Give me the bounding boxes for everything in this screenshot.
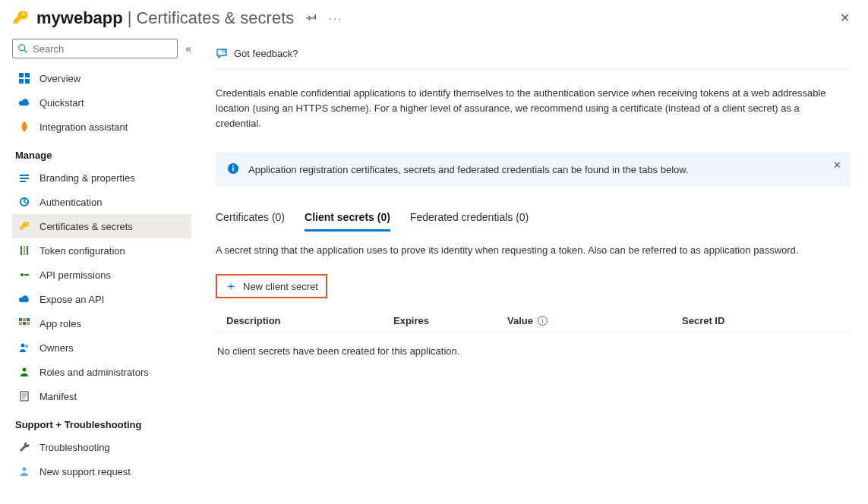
sidebar-item-label: Owners	[39, 342, 74, 354]
sidebar-item-label: Expose an API	[39, 294, 104, 305]
feedback-icon	[216, 48, 228, 60]
svg-point-0	[19, 45, 25, 51]
page-title: Certificates & secrets	[136, 8, 294, 28]
svg-rect-17	[27, 318, 30, 321]
sidebar-item-api-permissions[interactable]: API permissions	[12, 263, 191, 287]
tab-client-secrets[interactable]: Client secrets (0)	[305, 206, 390, 232]
svg-point-21	[21, 344, 25, 348]
close-icon[interactable]: ✕	[837, 8, 853, 28]
owners-icon	[18, 342, 30, 354]
svg-point-28	[23, 468, 27, 471]
sidebar-item-manifest[interactable]: Manifest	[12, 384, 191, 408]
sidebar-item-troubleshooting[interactable]: Troubleshooting	[12, 435, 191, 459]
svg-rect-2	[19, 73, 24, 77]
permissions-icon	[18, 269, 30, 281]
svg-rect-18	[19, 322, 22, 325]
search-icon	[17, 43, 28, 54]
title-separator: |	[123, 8, 137, 28]
tab-certificates[interactable]: Certificates (0)	[216, 206, 285, 232]
svg-point-32	[232, 165, 234, 167]
cloud-icon	[18, 96, 30, 109]
sidebar-item-label: Token configuration	[39, 245, 125, 257]
tab-federated-credentials[interactable]: Federated credentials (0)	[410, 206, 529, 232]
manifest-icon	[18, 390, 30, 402]
sidebar-item-quickstart[interactable]: Quickstart	[12, 90, 191, 115]
svg-rect-15	[19, 318, 22, 321]
page-header: mywebapp | Certificates & secrets ··· ✕	[0, 0, 868, 39]
svg-rect-14	[24, 274, 29, 276]
pin-icon[interactable]	[306, 11, 317, 24]
auth-icon	[18, 196, 30, 208]
sidebar-item-app-roles[interactable]: App roles	[12, 311, 191, 335]
feedback-label: Got feedback?	[234, 48, 298, 59]
svg-rect-4	[19, 79, 24, 83]
info-icon	[227, 162, 239, 177]
sidebar-item-certificates-secrets[interactable]: Certificates & secrets	[12, 214, 191, 238]
svg-rect-12	[27, 246, 28, 255]
app-roles-icon	[18, 317, 30, 329]
svg-point-23	[23, 368, 27, 372]
search-input[interactable]	[33, 43, 172, 55]
svg-line-1	[24, 50, 27, 53]
new-client-secret-button[interactable]: ＋ New client secret	[216, 274, 327, 298]
svg-rect-11	[24, 246, 25, 255]
sidebar-item-label: Troubleshooting	[39, 442, 110, 453]
sidebar-heading-manage: Manage	[12, 139, 191, 165]
tabs: Certificates (0) Client secrets (0) Fede…	[216, 206, 850, 232]
sidebar-item-label: New support request	[39, 466, 131, 477]
sidebar-item-label: Overview	[39, 73, 80, 84]
sidebar-item-label: Integration assistant	[39, 121, 128, 133]
page-description: Credentials enable confidential applicat…	[216, 86, 838, 131]
svg-rect-20	[27, 322, 30, 325]
sidebar-item-overview[interactable]: Overview	[12, 66, 191, 90]
svg-rect-10	[21, 246, 22, 255]
sidebar-item-token-configuration[interactable]: Token configuration	[12, 238, 191, 263]
command-bar: Got feedback?	[216, 39, 850, 69]
sidebar-item-label: App roles	[39, 318, 81, 329]
sidebar-heading-support: Support + Troubleshooting	[12, 408, 191, 435]
sidebar-item-branding[interactable]: Branding & properties	[12, 165, 191, 190]
table-header: Description Expires Value i Secret ID	[216, 309, 850, 333]
info-tooltip-icon[interactable]: i	[538, 316, 548, 326]
sidebar-item-label: API permissions	[39, 269, 111, 281]
plus-icon: ＋	[225, 280, 237, 292]
wrench-icon	[18, 441, 30, 453]
search-box[interactable]	[12, 39, 178, 58]
sidebar-item-owners[interactable]: Owners	[12, 335, 191, 360]
key-icon	[12, 10, 29, 27]
svg-rect-7	[20, 178, 29, 179]
key-small-icon	[18, 220, 30, 232]
grid-icon	[18, 72, 30, 84]
svg-rect-19	[23, 322, 26, 325]
banner-text: Application registration certificates, s…	[248, 164, 689, 175]
sidebar-item-authentication[interactable]: Authentication	[12, 190, 191, 214]
sidebar-item-label: Branding & properties	[39, 172, 135, 184]
svg-rect-6	[20, 175, 29, 176]
support-icon	[18, 465, 30, 477]
svg-rect-3	[25, 73, 30, 77]
sidebar-item-new-support-request[interactable]: New support request	[12, 459, 191, 484]
sidebar: « Overview Quickstart Integration assist…	[0, 39, 194, 504]
sidebar-item-roles-administrators[interactable]: Roles and administrators	[12, 360, 191, 384]
col-value: Value i	[507, 315, 682, 326]
branding-icon	[18, 172, 30, 184]
svg-rect-16	[23, 318, 26, 321]
more-icon[interactable]: ···	[329, 12, 342, 24]
feedback-button[interactable]: Got feedback?	[216, 48, 298, 60]
new-client-secret-label: New client secret	[243, 281, 318, 292]
svg-point-22	[25, 345, 28, 348]
empty-state-text: No client secrets have been created for …	[216, 345, 850, 357]
sidebar-item-label: Authentication	[39, 197, 102, 208]
col-description: Description	[226, 315, 393, 326]
sidebar-item-label: Roles and administrators	[39, 367, 149, 378]
admin-icon	[18, 366, 30, 378]
tab-description: A secret string that the application use…	[216, 244, 850, 256]
sidebar-item-expose-api[interactable]: Expose an API	[12, 287, 191, 311]
info-banner: Application registration certificates, s…	[216, 153, 850, 187]
collapse-sidebar-icon[interactable]: «	[185, 43, 191, 55]
banner-dismiss-icon[interactable]: ✕	[833, 159, 841, 171]
expose-icon	[18, 293, 30, 305]
token-icon	[18, 244, 30, 257]
sidebar-item-integration-assistant[interactable]: Integration assistant	[12, 115, 191, 139]
rocket-icon	[18, 121, 30, 133]
